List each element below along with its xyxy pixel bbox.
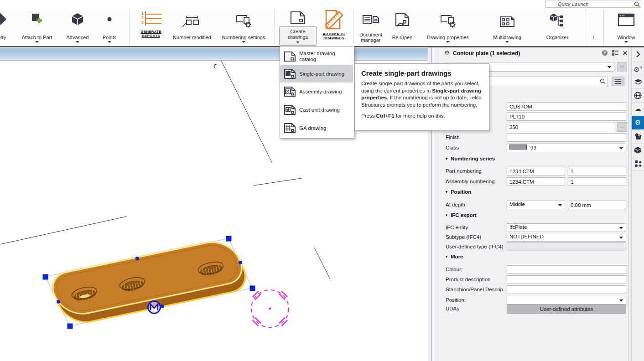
svg-text:?: ? [603, 51, 606, 55]
points-button[interactable]: Points [97, 8, 122, 46]
shapes-icon [634, 160, 642, 167]
at-depth-dropdown[interactable]: Middle [507, 201, 565, 209]
class-dropdown[interactable]: 99 [507, 144, 626, 152]
section-ifc-export[interactable]: ▼IFC export [445, 212, 477, 218]
section-numbering-series[interactable]: ▼Numbering series [445, 156, 495, 161]
dropdown-caret-icon [446, 41, 450, 43]
name-field[interactable] [507, 102, 626, 111]
ifc-entity-dropdown[interactable]: IfcPlate [507, 223, 626, 232]
section-more[interactable]: ▼More [445, 254, 463, 259]
svg-text:1: 1 [141, 11, 144, 15]
ribbon-label: GENERATE [128, 30, 174, 34]
selection-button[interactable] [632, 129, 644, 144]
tekla-structures-window: metry Attach to Part Advanced Points [0, 0, 644, 361]
user-defined-type-label: User-defined type (IFC4) [446, 244, 504, 249]
model-button[interactable] [632, 143, 644, 157]
part-start-number-field[interactable] [568, 167, 626, 175]
chevron-down-icon [619, 227, 623, 229]
menu-item-master-drawing-catalog[interactable]: Master drawing catalog [280, 47, 353, 65]
numbering-settings-button[interactable]: Numbering settings [218, 8, 269, 46]
dropdown-caret-icon [35, 41, 39, 43]
cloud-icon: ☁ [634, 105, 641, 113]
menu-item-assembly-drawing[interactable]: Assembly drawing [280, 83, 353, 101]
panel-layout-icon[interactable] [612, 50, 618, 57]
position-label: Position: [446, 297, 466, 303]
cloud-button[interactable]: ☁ [632, 102, 644, 116]
panel-menu-button[interactable] [612, 77, 624, 86]
assembly-start-number-field[interactable] [568, 177, 626, 186]
reference-circle [251, 290, 289, 327]
create-drawings-icon [290, 11, 306, 25]
menu-item-cast-unit-drawing[interactable]: Cast unit drawing [280, 101, 353, 119]
part-series-field[interactable] [507, 167, 565, 175]
attach-to-part-button[interactable]: Attach to Part [18, 8, 56, 46]
properties-pane-button-active[interactable]: ⚙ [632, 116, 644, 130]
user-defined-attributes-button[interactable]: User-defined attributes [507, 304, 626, 314]
chevron-down-icon [619, 299, 623, 302]
finish-label: Finish [446, 134, 460, 140]
stanchion-description-field[interactable] [507, 285, 626, 294]
chevron-right-icon [636, 51, 640, 57]
numbering-settings-icon [235, 14, 252, 28]
components-button[interactable] [632, 157, 644, 171]
stanchion-description-label: Stanchion/Panel Descrip... [446, 287, 508, 292]
chevron-down-icon [608, 66, 611, 68]
save-preset-button[interactable] [617, 62, 627, 72]
number-modified-button[interactable]: Number modified [169, 8, 215, 46]
ribbon-toolbar: metry Attach to Part Advanced Points [0, 8, 644, 46]
drawing-properties-button[interactable]: Drawing properties [421, 8, 475, 46]
clipped-button-partial[interactable]: l [589, 8, 598, 46]
material-browse-button[interactable]: ... [617, 122, 627, 132]
organizer-button[interactable]: Organizer [538, 8, 576, 46]
learning-button[interactable] [632, 75, 644, 89]
origin-symbol [148, 301, 161, 314]
ribbon-separator [129, 9, 130, 45]
panel-scrollbar[interactable] [628, 47, 628, 361]
tooltip-help-hint: Press Ctrl+F1 for more help on this. [361, 113, 483, 119]
ribbon-label: Window [602, 35, 644, 40]
quick-launch-input[interactable] [545, 0, 641, 8]
side-toolbar: ⚙? ☁ ⚙ [631, 47, 644, 361]
graduation-cap-icon [634, 78, 642, 85]
organizer-icon [549, 13, 566, 28]
help-icon[interactable]: ? [602, 50, 608, 57]
settings-help-button[interactable]: ⚙? [632, 61, 644, 75]
position-dropdown[interactable] [507, 296, 626, 304]
window-button[interactable]: Window [611, 8, 641, 46]
assembly-series-field[interactable] [507, 177, 565, 186]
multidrawing-button[interactable]: Multidrawing [483, 8, 532, 46]
hand-icon [634, 132, 641, 140]
gear-icon: ⚙ [444, 49, 450, 56]
chevron-down-icon [619, 237, 623, 239]
subtype-label: Subtype (IFC4) [446, 234, 481, 240]
web-button[interactable] [632, 88, 644, 103]
dropdown-caret-icon [76, 41, 79, 43]
menu-item-single-part-drawing[interactable]: Single-part drawing [280, 65, 353, 83]
collapse-panel-button[interactable] [632, 47, 644, 62]
number-modified-icon [182, 15, 202, 27]
udas-label: UDAs [446, 306, 459, 311]
automatic-drawings-button[interactable]: AUTOMATIC DRAWINGS [319, 8, 348, 46]
create-single-part-drawings-tooltip: Create single-part drawings Create singl… [354, 63, 489, 131]
search-icon [600, 78, 606, 84]
reopen-icon [395, 13, 410, 27]
finish-field[interactable] [507, 133, 626, 142]
subtype-dropdown[interactable]: NOTDEFINED [507, 233, 626, 242]
profile-field[interactable] [507, 112, 626, 121]
at-depth-offset-field[interactable] [568, 201, 626, 209]
colour-field[interactable] [507, 265, 626, 274]
menu-item-ga-drawing[interactable]: GA drawing [280, 119, 353, 137]
class-label: Class [446, 145, 459, 150]
svg-text:2: 2 [141, 15, 144, 20]
ifc-entity-label: IFC entity [446, 225, 468, 230]
close-icon[interactable]: ✕ [623, 50, 628, 57]
ribbon-label: Numbering settings [209, 35, 278, 40]
material-field[interactable] [507, 123, 615, 131]
section-position[interactable]: ▼Position [445, 189, 471, 195]
tooltip-title: Create single-part drawings [361, 69, 483, 77]
contour-plate[interactable] [45, 238, 253, 326]
product-description-field[interactable] [507, 275, 626, 284]
gear-question-icon: ⚙? [634, 66, 642, 73]
dropdown-caret-icon [624, 41, 628, 43]
globe-icon [634, 92, 642, 99]
